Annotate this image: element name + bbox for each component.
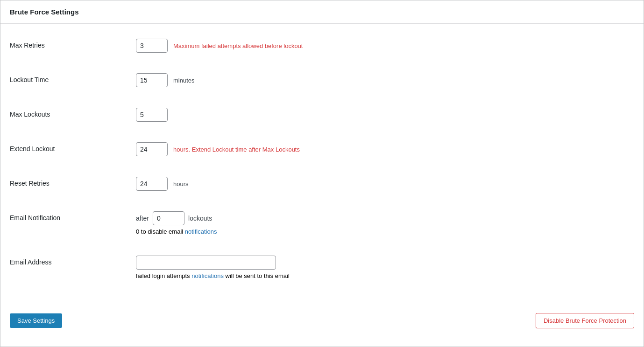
email-notification-suffix: lockouts — [188, 215, 212, 222]
email-notification-control: after lockouts — [136, 211, 217, 225]
email-hint-blue: notifications — [191, 272, 224, 279]
max-retries-row: Max Retries Maximum failed attempts allo… — [10, 28, 634, 63]
email-notification-prefix: after — [136, 215, 149, 222]
email-notification-row: Email Notification after lockouts 0 to d… — [10, 201, 634, 245]
max-retries-input[interactable] — [136, 39, 168, 53]
save-settings-button[interactable]: Save Settings — [10, 313, 62, 328]
reset-retries-suffix: hours — [173, 180, 189, 187]
max-retries-control: Maximum failed attempts allowed before l… — [136, 39, 303, 53]
hint-text-1: 0 to disable email — [136, 228, 185, 235]
email-notification-wrapper: after lockouts 0 to disable email notifi… — [136, 211, 217, 235]
reset-retries-label: Reset Retries — [10, 177, 136, 187]
email-address-hint: failed login attempts notifications will… — [136, 272, 290, 279]
max-retries-description: Maximum failed attempts allowed before l… — [173, 42, 303, 49]
email-hint-text3: will be sent to this email — [224, 272, 290, 279]
page-header: Brute Force Settings — [0, 0, 644, 24]
hint-text-blue: notifications — [185, 228, 217, 235]
max-lockouts-row: Max Lockouts — [10, 97, 634, 132]
max-lockouts-control — [136, 108, 168, 122]
email-notification-label: Email Notification — [10, 211, 136, 222]
max-lockouts-input[interactable] — [136, 108, 168, 122]
lockout-time-suffix: minutes — [173, 77, 195, 84]
form-footer: Save Settings Disable Brute Force Protec… — [0, 304, 644, 338]
lockout-time-input[interactable] — [136, 73, 168, 87]
email-address-row: Email Address failed login attempts noti… — [10, 245, 634, 290]
max-retries-label: Max Retries — [10, 39, 136, 49]
lockout-time-row: Lockout Time minutes — [10, 63, 634, 97]
extend-lockout-input[interactable] — [136, 142, 168, 156]
main-container: Brute Force Settings Max Retries Maximum… — [0, 0, 644, 347]
email-address-label: Email Address — [10, 256, 136, 266]
extend-lockout-control: hours. Extend Lockout time after Max Loc… — [136, 142, 300, 156]
lockout-time-control: minutes — [136, 73, 195, 87]
reset-retries-input[interactable] — [136, 177, 168, 191]
settings-form: Max Retries Maximum failed attempts allo… — [0, 24, 644, 299]
page-title: Brute Force Settings — [10, 8, 79, 16]
email-address-input[interactable] — [136, 256, 276, 270]
lockout-time-label: Lockout Time — [10, 73, 136, 83]
reset-retries-control: hours — [136, 177, 189, 191]
email-notification-hint: 0 to disable email notifications — [136, 228, 217, 235]
max-lockouts-label: Max Lockouts — [10, 108, 136, 118]
extend-lockout-description: hours. Extend Lockout time after Max Loc… — [173, 146, 300, 153]
email-hint-text1: failed login attempts — [136, 272, 191, 279]
extend-lockout-label: Extend Lockout — [10, 142, 136, 153]
email-notification-input[interactable] — [153, 211, 184, 225]
disable-brute-force-button[interactable]: Disable Brute Force Protection — [536, 313, 634, 328]
email-address-wrapper: failed login attempts notifications will… — [136, 256, 290, 279]
extend-lockout-row: Extend Lockout hours. Extend Lockout tim… — [10, 132, 634, 167]
reset-retries-row: Reset Retries hours — [10, 167, 634, 201]
